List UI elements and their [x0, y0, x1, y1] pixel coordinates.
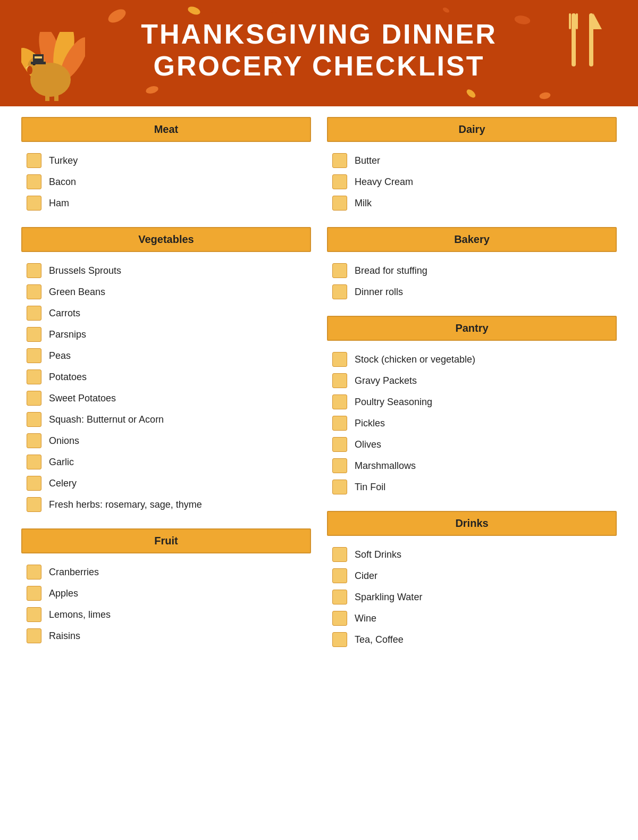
- list-item[interactable]: Turkey: [21, 150, 311, 171]
- checkbox[interactable]: [27, 565, 41, 579]
- item-label: Bacon: [49, 177, 76, 188]
- list-item[interactable]: Tea, Coffee: [327, 629, 617, 650]
- checkbox[interactable]: [27, 391, 41, 406]
- checkbox[interactable]: [332, 284, 347, 299]
- checkbox[interactable]: [27, 455, 41, 469]
- item-label: Stock (chicken or vegetable): [355, 354, 475, 365]
- checkbox[interactable]: [332, 480, 347, 494]
- checkbox[interactable]: [27, 348, 41, 363]
- list-item[interactable]: Dinner rolls: [327, 281, 617, 303]
- list-item[interactable]: Squash: Butternut or Acorn: [21, 409, 311, 430]
- list-item[interactable]: Apples: [21, 583, 311, 604]
- checkbox[interactable]: [332, 196, 347, 211]
- list-item[interactable]: Garlic: [21, 451, 311, 473]
- checkbox[interactable]: [332, 416, 347, 431]
- item-label: Pickles: [355, 418, 385, 429]
- checkbox[interactable]: [332, 611, 347, 626]
- checkbox[interactable]: [27, 174, 41, 189]
- checkbox[interactable]: [332, 153, 347, 168]
- utensils-icon: [564, 8, 611, 82]
- item-label: Onions: [49, 435, 79, 447]
- leaf-icon: [186, 3, 202, 19]
- checkbox[interactable]: [332, 394, 347, 409]
- list-item[interactable]: Bacon: [21, 171, 311, 192]
- item-label: Celery: [49, 478, 77, 489]
- list-item[interactable]: Gravy Packets: [327, 370, 617, 391]
- list-item[interactable]: Peas: [21, 345, 311, 366]
- list-item[interactable]: Olives: [327, 434, 617, 455]
- svg-rect-21: [35, 56, 42, 58]
- list-item[interactable]: Parsnips: [21, 324, 311, 345]
- item-label: Brussels Sprouts: [49, 265, 121, 276]
- item-label: Poultry Seasoning: [355, 397, 432, 408]
- leaf-icon: [106, 5, 128, 27]
- checkbox[interactable]: [27, 433, 41, 448]
- list-item[interactable]: Raisins: [21, 625, 311, 646]
- svg-marker-26: [593, 13, 602, 29]
- list-item[interactable]: Stock (chicken or vegetable): [327, 349, 617, 370]
- list-item[interactable]: Soft Drinks: [327, 544, 617, 565]
- list-item[interactable]: Sparkling Water: [327, 586, 617, 608]
- checkbox[interactable]: [27, 586, 41, 601]
- list-item[interactable]: Tin Foil: [327, 476, 617, 498]
- list-item[interactable]: Wine: [327, 608, 617, 629]
- list-item[interactable]: Ham: [21, 192, 311, 214]
- checkbox[interactable]: [27, 497, 41, 512]
- svg-point-1: [187, 5, 201, 16]
- checkbox[interactable]: [332, 547, 347, 562]
- list-item[interactable]: Potatoes: [21, 366, 311, 388]
- bakery-list: Bread for stuffingDinner rolls: [327, 257, 617, 305]
- list-item[interactable]: Heavy Cream: [327, 171, 617, 192]
- list-item[interactable]: Carrots: [21, 303, 311, 324]
- checkbox[interactable]: [27, 412, 41, 427]
- list-item[interactable]: Butter: [327, 150, 617, 171]
- dairy-list: ButterHeavy CreamMilk: [327, 147, 617, 216]
- list-item[interactable]: Green Beans: [21, 281, 311, 303]
- checkbox[interactable]: [332, 632, 347, 647]
- checkbox[interactable]: [332, 590, 347, 604]
- list-item[interactable]: Marshmallows: [327, 455, 617, 476]
- checkbox[interactable]: [27, 628, 41, 643]
- checkbox[interactable]: [27, 607, 41, 622]
- list-item[interactable]: Milk: [327, 192, 617, 214]
- checkbox[interactable]: [27, 263, 41, 278]
- item-label: Soft Drinks: [355, 549, 401, 560]
- list-item[interactable]: Brussels Sprouts: [21, 260, 311, 281]
- fruit-list: CranberriesApplesLemons, limesRaisins: [21, 559, 311, 649]
- dairy-header: Dairy: [327, 117, 617, 142]
- item-label: Lemons, limes: [49, 609, 111, 620]
- leaf-icon: [144, 81, 161, 98]
- checkbox[interactable]: [332, 174, 347, 189]
- checkbox[interactable]: [27, 153, 41, 168]
- list-item[interactable]: Poultry Seasoning: [327, 391, 617, 413]
- checkbox[interactable]: [27, 196, 41, 211]
- checkbox[interactable]: [27, 306, 41, 321]
- item-label: Parsnips: [49, 329, 86, 340]
- item-label: Heavy Cream: [355, 177, 413, 188]
- list-item[interactable]: Pickles: [327, 413, 617, 434]
- checkbox[interactable]: [27, 369, 41, 384]
- checkbox[interactable]: [332, 458, 347, 473]
- checkbox[interactable]: [332, 263, 347, 278]
- checkbox[interactable]: [332, 373, 347, 388]
- list-item[interactable]: Celery: [21, 473, 311, 494]
- checkbox[interactable]: [332, 352, 347, 367]
- checkbox[interactable]: [27, 327, 41, 342]
- checkbox[interactable]: [27, 284, 41, 299]
- dairy-section: Dairy ButterHeavy CreamMilk: [327, 117, 617, 216]
- checkbox[interactable]: [332, 437, 347, 452]
- item-label: Raisins: [49, 631, 80, 642]
- list-item[interactable]: Onions: [21, 430, 311, 451]
- list-item[interactable]: Lemons, limes: [21, 604, 311, 625]
- checkbox[interactable]: [332, 568, 347, 583]
- svg-rect-25: [589, 13, 593, 66]
- list-item[interactable]: Sweet Potatoes: [21, 388, 311, 409]
- list-item[interactable]: Cider: [327, 565, 617, 586]
- list-item[interactable]: Cranberries: [21, 561, 311, 583]
- list-item[interactable]: Bread for stuffing: [327, 260, 617, 281]
- svg-point-3: [145, 85, 159, 95]
- item-label: Butter: [355, 155, 380, 166]
- checkbox[interactable]: [27, 476, 41, 491]
- drinks-header: Drinks: [327, 511, 617, 536]
- list-item[interactable]: Fresh herbs: rosemary, sage, thyme: [21, 494, 311, 515]
